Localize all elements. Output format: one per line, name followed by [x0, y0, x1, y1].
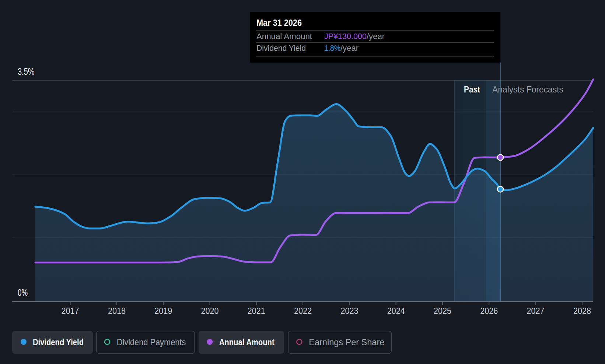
svg-text:0%: 0%	[18, 287, 28, 298]
svg-text:Mar 31 2026: Mar 31 2026	[256, 18, 302, 28]
svg-text:2021: 2021	[248, 306, 265, 316]
svg-text:Annual Amount: Annual Amount	[256, 32, 312, 41]
svg-text:2018: 2018	[108, 306, 126, 316]
svg-text:3.5%: 3.5%	[18, 66, 35, 77]
svg-text:Dividend Yield: Dividend Yield	[256, 43, 306, 53]
svg-text:Dividend Yield: Dividend Yield	[33, 337, 84, 347]
svg-text:Annual Amount: Annual Amount	[219, 337, 274, 347]
svg-text:JP¥130.000/year: JP¥130.000/year	[324, 32, 385, 41]
svg-text:2020: 2020	[201, 306, 219, 316]
svg-text:2025: 2025	[434, 306, 451, 316]
svg-text:2026: 2026	[480, 306, 498, 316]
svg-text:2023: 2023	[340, 306, 358, 316]
svg-text:1.8%/year: 1.8%/year	[324, 43, 359, 53]
svg-text:2028: 2028	[573, 306, 591, 316]
svg-text:2024: 2024	[387, 306, 405, 316]
svg-text:Earnings Per Share: Earnings Per Share	[309, 337, 384, 347]
svg-text:Past: Past	[464, 84, 480, 94]
svg-text:Analysts Forecasts: Analysts Forecasts	[492, 84, 563, 94]
svg-text:Dividend Payments: Dividend Payments	[117, 337, 186, 347]
svg-text:2022: 2022	[294, 306, 312, 316]
svg-text:2019: 2019	[154, 306, 172, 316]
svg-text:2017: 2017	[62, 306, 79, 316]
svg-text:2027: 2027	[527, 306, 545, 316]
